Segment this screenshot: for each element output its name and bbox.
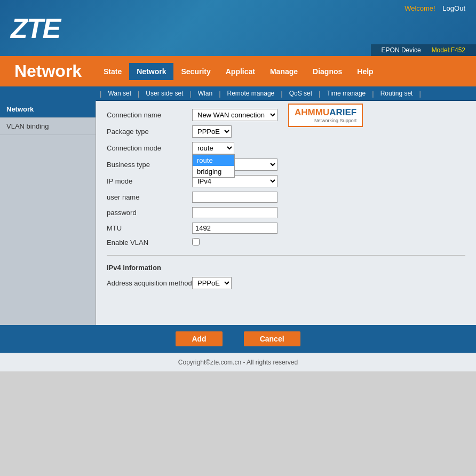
copyright-bar: Copyright©zte.com.cn - All rights reserv… [0,353,476,371]
nav-network[interactable]: Network [129,63,173,80]
header: ZTE Welcome! LogOut EPON Device Model:F4… [0,0,476,56]
ip-mode-label: IP mode [107,177,192,185]
zte-logo: ZTE [11,12,60,44]
subnav-wan-set[interactable]: Wan set [102,86,137,100]
logo-sub: Networking Support [295,118,356,123]
mtu-label: MTU [107,224,192,232]
sep4: | [218,90,221,98]
nav-state[interactable]: State [96,63,129,80]
enable-vlan-row: Enable VLAN [107,238,465,247]
main-layout: Network VLAN binding Connection name New… [0,101,476,325]
logo-overlay: AHMMUARIEF Networking Support [288,104,363,127]
subnav-user-side-set[interactable]: User side set [140,86,188,100]
address-method-label: Address acquisition method [107,279,192,287]
package-type-control: PPPoE IPoE Bridge [192,125,232,138]
sep5: | [280,90,283,98]
connection-mode-control: route bridging route bridging [192,142,234,154]
device-info: EPON Device Model:F452 [371,44,476,56]
nav-manage[interactable]: Manage [263,63,305,80]
sep1: | [99,90,102,98]
password-control [192,207,277,218]
ip-mode-row: IP mode IPv4 IPv6 IPv4/IPv6 [107,175,465,187]
sep2: | [137,90,140,98]
sep8: | [418,90,422,98]
nav-help[interactable]: Help [350,63,380,80]
enable-vlan-control [192,238,200,247]
logo-ahmmu: AHMMU [295,107,329,117]
add-button[interactable]: Add [176,331,222,346]
nav-sidebar-spacer: Network [0,56,96,86]
conn-name-section: Connection name New WAN connection AHMMU… [107,109,465,121]
header-top-right: Welcome! LogOut [404,4,465,12]
subnav-items: | Wan set | User side set | Wlan | Remot… [99,86,473,100]
model-label: Model:F452 [432,46,465,54]
package-type-label: Package type [107,128,192,136]
address-method-control: PPPoE DHCP Static [192,277,232,289]
sidebar: Network VLAN binding [0,101,96,325]
dropdown-option-route[interactable]: route [193,155,234,166]
password-input[interactable] [192,207,277,218]
network-nav-label: Network [0,56,96,86]
connection-name-select[interactable]: New WAN connection [192,109,277,121]
ipv4-section-title: IPv4 information [107,264,465,272]
mtu-input[interactable]: 1492 [192,223,277,234]
subnav-wlan[interactable]: Wlan [193,86,218,100]
sep6: | [318,90,321,98]
device-label: EPON Device [382,46,421,54]
nav-diagnos[interactable]: Diagnos [305,63,350,80]
sep7: | [371,90,375,98]
enable-vlan-label: Enable VLAN [107,239,192,247]
subnav-sidebar [0,86,96,101]
subnav-qos-set[interactable]: QoS set [284,86,318,100]
subnav: | Wan set | User side set | Wlan | Remot… [96,86,476,101]
connection-name-label: Connection name [107,111,192,119]
connection-mode-select[interactable]: route bridging [192,142,234,154]
sidebar-item-vlan-binding[interactable]: VLAN binding [0,118,96,135]
subnav-wrapper: | Wan set | User side set | Wlan | Remot… [0,86,476,101]
cancel-button[interactable]: Cancel [244,331,300,346]
section-divider [107,255,465,256]
dropdown-option-bridging[interactable]: bridging [193,166,234,177]
subnav-time-manage[interactable]: Time manage [321,86,371,100]
package-type-select[interactable]: PPPoE IPoE Bridge [192,125,232,138]
business-type-label: Business type [107,161,192,169]
mtu-row: MTU 1492 [107,223,465,234]
username-control [192,192,277,203]
username-input[interactable] [192,192,277,203]
logout-button[interactable]: LogOut [442,4,465,12]
nav-bar: Network State Network Security Applicat … [0,56,476,86]
subnav-routing[interactable]: Routing set [375,86,418,100]
username-row: user name [107,192,465,203]
content-area: Connection name New WAN connection AHMMU… [96,101,476,325]
enable-vlan-checkbox[interactable] [192,238,200,245]
package-type-row: Package type PPPoE IPoE Bridge [107,125,465,138]
business-type-row: Business type INTERNET VoIP Other [107,158,465,171]
logo-overlay-text: AHMMUARIEF [295,107,356,118]
password-row: password [107,207,465,218]
nav-applicat[interactable]: Applicat [218,63,263,80]
logo-arief: ARIEF [329,107,356,117]
connection-mode-dropdown: route bridging [192,154,235,178]
username-label: user name [107,193,192,201]
sidebar-item-network[interactable]: Network [0,101,96,118]
password-label: password [107,209,192,217]
address-method-row: Address acquisition method PPPoE DHCP St… [107,277,465,289]
copyright-text: Copyright©zte.com.cn - All rights reserv… [178,359,298,366]
connection-name-row: Connection name New WAN connection AHMMU… [107,109,465,121]
sep3: | [188,90,192,98]
connection-name-control: New WAN connection [192,109,277,121]
nav-items: State Network Security Applicat Manage D… [96,56,476,86]
footer-bar: Add Cancel [0,325,476,353]
nav-security[interactable]: Security [173,63,218,80]
address-method-select[interactable]: PPPoE DHCP Static [192,277,232,289]
welcome-text: Welcome! [404,4,435,12]
mtu-control: 1492 [192,223,277,234]
connection-mode-label: Connection mode [107,144,192,152]
connection-mode-row: Connection mode route bridging route bri… [107,142,465,154]
subnav-remote-manage[interactable]: Remote manage [222,86,280,100]
